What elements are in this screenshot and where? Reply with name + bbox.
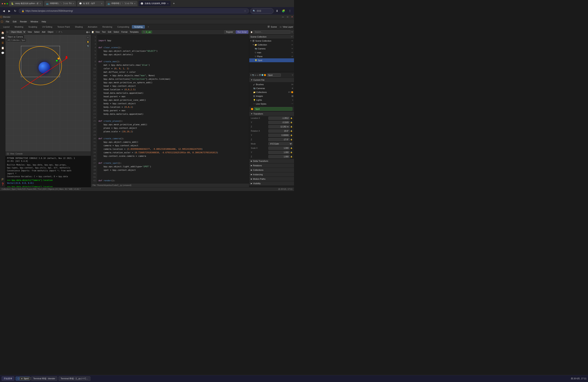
menu-render[interactable]: Render bbox=[19, 20, 29, 23]
loc-z-value[interactable]: 12.282 m bbox=[268, 125, 290, 128]
tab-modeling[interactable]: Modeling bbox=[12, 25, 26, 29]
object-name-input[interactable] bbox=[267, 74, 281, 77]
sidebar-icon-learn[interactable]: 📖 bbox=[0, 35, 5, 40]
tab-add-workspace[interactable]: + bbox=[145, 25, 151, 29]
blender-restore[interactable]: □ bbox=[286, 15, 289, 19]
tab-sculpting[interactable]: Sculpting bbox=[26, 25, 40, 29]
scene-coll-eye[interactable]: 👁 bbox=[291, 40, 293, 42]
run-script-button[interactable]: Run Script bbox=[236, 30, 248, 34]
object-prop-icon[interactable]: 🟠 bbox=[264, 74, 266, 76]
browser-tab-5[interactable]: 🥋 戈春燕八卦游身掌_哔哩哔哩_bili… ✕ bbox=[139, 1, 170, 6]
scale-icon[interactable]: ⤡ bbox=[61, 31, 63, 33]
outliner-item-spot[interactable]: 💡 Spot 👁 bbox=[249, 58, 294, 62]
sidebar-icon-study[interactable]: 🎓 bbox=[0, 177, 5, 181]
extensions-button[interactable]: 🧩 bbox=[281, 9, 286, 13]
blender-minimize[interactable]: — bbox=[281, 15, 285, 19]
outliner-item-camera[interactable]: 📷 Camera 👁 bbox=[249, 47, 294, 51]
scale-y-value[interactable]: 1.000 bbox=[268, 151, 290, 154]
current-file-header[interactable]: ▼ Current File bbox=[249, 78, 294, 82]
cf-brushes[interactable]: 🖌 Brushes 24 bbox=[249, 83, 294, 86]
sidebar-icon-chapter[interactable]: ☰ bbox=[0, 41, 5, 45]
delta-transform-header[interactable]: ▶ Delta Transform bbox=[249, 159, 294, 163]
tab-close-3[interactable]: ✕ bbox=[101, 2, 103, 5]
view-layer-name[interactable]: View Layer bbox=[283, 26, 293, 28]
scale-x-lock[interactable]: 🔒 bbox=[290, 147, 293, 149]
tab-close-2[interactable]: ✕ bbox=[73, 2, 74, 5]
outliner-search[interactable] bbox=[253, 30, 291, 34]
new-tab-button[interactable]: + bbox=[172, 2, 176, 5]
motion-paths-header[interactable]: ▶ Motion Paths bbox=[249, 177, 294, 181]
code-area[interactable]: import bpy def clear_scene(): bpy.ops.ob… bbox=[97, 35, 249, 183]
outliner-filter-icon[interactable]: ▽ bbox=[291, 31, 293, 33]
spot-name-input[interactable] bbox=[254, 107, 293, 111]
current-file-indicator[interactable]: ⬛ 2_.py bbox=[142, 31, 152, 33]
transform-icon[interactable]: ↔ bbox=[56, 31, 58, 33]
render-prop-icon[interactable]: 📷 bbox=[252, 74, 254, 76]
scene-eye-icon[interactable]: 👁 bbox=[291, 36, 293, 38]
scale-y-lock[interactable]: 🔒 bbox=[290, 151, 293, 153]
rotate-icon[interactable]: ↺ bbox=[58, 31, 60, 33]
rot-z-value[interactable]: -17.6° bbox=[268, 138, 290, 141]
tab-layout[interactable]: Layout bbox=[1, 25, 12, 29]
blender-close[interactable]: ✕ bbox=[290, 15, 294, 19]
outliner-item-plane[interactable]: ▽ Plane 👁 bbox=[249, 54, 294, 58]
cf-lights[interactable]: 💡 Lights 1 bbox=[249, 98, 294, 102]
coll-eye[interactable]: 👁 bbox=[291, 44, 293, 46]
scale-z-value[interactable]: 1.000 bbox=[268, 155, 290, 158]
prop-filter-icon[interactable]: ▽ bbox=[292, 74, 293, 76]
tab-compositing[interactable]: Compositing bbox=[115, 25, 131, 29]
cf-line-styles[interactable]: 〰 Line Styles 〰 bbox=[249, 102, 294, 106]
cf-images[interactable]: 🖼 Images 🖼 bbox=[249, 94, 294, 98]
tab-uv-editing[interactable]: UV Editing bbox=[40, 25, 55, 29]
output-prop-icon[interactable]: 🖨 bbox=[254, 74, 256, 76]
forward-button[interactable]: ▶ bbox=[7, 9, 12, 13]
tab-close-4[interactable]: ✕ bbox=[134, 2, 136, 5]
browser-tab-2[interactable]: 📺 哔哩哔哩 (゜-゜)つロ 千杯--bili… ✕ bbox=[44, 1, 76, 6]
zoom-in[interactable]: + bbox=[86, 36, 90, 39]
menu-button[interactable]: ⋮ bbox=[287, 9, 293, 13]
camera-icon[interactable]: 📷 bbox=[86, 44, 90, 48]
address-bar[interactable]: 🔒 ☆ bbox=[19, 8, 249, 13]
rotation-mode-select[interactable]: XYZ Euler bbox=[268, 142, 293, 146]
rot-z-lock[interactable]: 🔒 bbox=[290, 138, 293, 140]
vp-select-menu[interactable]: Select bbox=[33, 31, 41, 33]
world-prop-icon[interactable]: 🌍 bbox=[261, 74, 263, 76]
man-eye[interactable]: 👁 bbox=[291, 52, 293, 54]
sidebar-icon-report[interactable]: 📋 bbox=[0, 45, 5, 50]
vp-console-btn[interactable]: Console bbox=[16, 153, 23, 155]
pan[interactable]: ✋ bbox=[86, 40, 90, 43]
visibility-header[interactable]: ▶ Visibility bbox=[249, 181, 294, 186]
sidebar-icon-home[interactable]: 🏠 bbox=[0, 30, 5, 35]
relations-header[interactable]: ▶ Relations bbox=[249, 163, 294, 168]
outliner-item-scene-coll[interactable]: ▼ 🎬 Scene Collection 👁 bbox=[249, 39, 294, 43]
register-button[interactable]: Register bbox=[224, 30, 235, 34]
browser-tab-3[interactable]: 💬 知 首页 - 知乎 ✕ bbox=[77, 1, 105, 6]
menu-help[interactable]: Help bbox=[40, 20, 48, 23]
sidebar-icon-discuss[interactable]: 💬 bbox=[0, 51, 5, 55]
viewport-shade-solid[interactable]: ⬤ bbox=[86, 31, 88, 33]
search-box[interactable]: 🔍 搜索 bbox=[250, 8, 273, 14]
loc-x-value[interactable]: -1.2812 bbox=[268, 117, 290, 120]
object-mode-select[interactable]: Object Mode bbox=[9, 30, 26, 34]
tab-texture-paint[interactable]: Texture Paint bbox=[55, 25, 72, 29]
vp-view-btn[interactable]: View bbox=[10, 153, 14, 155]
editor-text-menu[interactable]: Text bbox=[101, 31, 106, 33]
rot-x-lock[interactable]: 🔒 bbox=[290, 130, 293, 132]
rot-y-lock[interactable]: 🔒 bbox=[290, 134, 293, 136]
loc-y-lock[interactable]: 🔒 bbox=[290, 121, 293, 123]
editor-templates-menu[interactable]: Templates bbox=[129, 31, 140, 33]
close-btn[interactable]: ● bbox=[1, 2, 3, 5]
tab-close-5[interactable]: ✕ bbox=[167, 2, 168, 5]
editor-view-menu[interactable]: View bbox=[95, 31, 101, 33]
collections-header[interactable]: ▶ Collections bbox=[249, 168, 294, 172]
address-input[interactable] bbox=[25, 10, 243, 12]
outliner-item-man[interactable]: ▽ man 👁 bbox=[249, 51, 294, 54]
tab-animation[interactable]: Animation bbox=[85, 25, 100, 29]
loc-z-lock[interactable]: 🔒 bbox=[290, 126, 293, 127]
vp-add-menu[interactable]: Add bbox=[41, 31, 46, 33]
editor-select-menu[interactable]: Select bbox=[113, 31, 120, 33]
sidebar-icon-help[interactable]: ❓ bbox=[0, 182, 5, 186]
outliner-item-collection[interactable]: ▼ 📁 Collection 👁 bbox=[249, 43, 294, 47]
reload-button[interactable]: ↻ bbox=[13, 9, 18, 13]
tab-close-1[interactable]: ✕ bbox=[40, 2, 41, 5]
